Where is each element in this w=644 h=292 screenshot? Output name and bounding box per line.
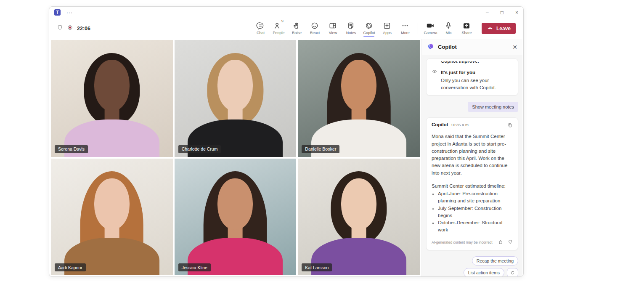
leave-button[interactable]: Leave — [482, 23, 516, 34]
react-button[interactable]: React — [306, 20, 324, 37]
privacy-body: Only you can see your conversation with … — [441, 77, 513, 91]
video-tile-aadi-kapoor[interactable]: Aadi Kapoor — [51, 159, 173, 276]
video-gallery: Serena Davis Charlotte de Crum Danielle … — [49, 39, 420, 276]
window-controls: – □ × — [486, 10, 518, 15]
share-label: Share — [461, 31, 472, 35]
share-icon — [462, 21, 471, 30]
view-button[interactable]: View — [324, 20, 342, 37]
share-button[interactable]: Share — [458, 20, 476, 37]
meeting-status: 22:06 — [57, 24, 90, 32]
titlebar: T ··· – □ × — [49, 7, 523, 18]
camera-icon — [426, 21, 435, 30]
copilot-label: Copilot — [363, 31, 375, 35]
apps-plus-icon — [383, 21, 391, 30]
shield-icon — [57, 24, 63, 32]
more-button[interactable]: More — [396, 20, 414, 37]
thumbs-up-icon[interactable] — [498, 239, 503, 246]
list-action-items-pill[interactable]: List action items — [464, 268, 504, 276]
mic-icon — [444, 21, 453, 30]
message-timeline-title: Summit Center estimated timeline: — [432, 183, 513, 190]
suggestion-pills: Recap the meeting List action items — [426, 250, 518, 276]
video-tile-kat-larsson[interactable]: Kat Larsson — [298, 159, 420, 276]
copilot-message-card: Copilot 10:35 a.m. Mona said that the Su… — [426, 117, 518, 250]
refresh-suggestions-button[interactable] — [507, 268, 518, 276]
video-tile-danielle-booker[interactable]: Danielle Booker — [298, 40, 420, 157]
message-timestamp: 10:35 a.m. — [451, 122, 470, 127]
message-paragraph: Mona said that the Summit Center project… — [432, 133, 513, 177]
teams-logo-icon: T — [54, 9, 61, 16]
copilot-panel-header: Copilot ✕ — [422, 39, 522, 55]
copilot-panel-title: Copilot — [438, 44, 457, 50]
maximize-button[interactable]: □ — [501, 10, 504, 15]
notes-label: Notes — [346, 31, 356, 35]
video-tile-serena-davis[interactable]: Serena Davis — [51, 40, 173, 157]
view-layout-icon — [329, 21, 337, 30]
copilot-icon — [365, 21, 373, 30]
people-icon: 9 — [273, 21, 284, 30]
timeline-bullet: October-December: Structural work — [438, 219, 513, 234]
apps-label: Apps — [383, 31, 392, 35]
timeline-bullet: April-June: Pre-construction planning an… — [438, 190, 513, 205]
copilot-conversation: Copilot improve. It's just for you Only … — [422, 55, 522, 276]
meeting-toolbar: 22:06 Chat 9 People Raise — [49, 18, 523, 39]
more-dots-icon — [401, 21, 409, 30]
chat-label: Chat — [257, 31, 265, 35]
mic-button[interactable]: Mic — [440, 20, 458, 37]
eye-icon — [432, 69, 437, 76]
mic-label: Mic — [445, 31, 451, 35]
raise-hand-button[interactable]: Raise — [288, 20, 306, 37]
hangup-phone-icon — [487, 24, 493, 32]
raise-label: Raise — [292, 31, 302, 35]
raise-hand-icon — [292, 21, 301, 30]
react-smiley-icon — [310, 21, 319, 30]
timeline-bullet-list: April-June: Pre-construction planning an… — [432, 190, 513, 234]
people-label: People — [273, 31, 284, 35]
notes-button[interactable]: Notes — [342, 20, 360, 37]
participant-name-tag: Serena Davis — [55, 145, 88, 153]
participant-name-tag: Jessica Kline — [178, 263, 211, 271]
people-button[interactable]: 9 People — [270, 20, 288, 37]
chat-icon — [256, 21, 265, 30]
participant-name-tag: Danielle Booker — [302, 145, 339, 153]
privacy-title: It's just for you — [441, 70, 475, 75]
participant-name-tag: Kat Larsson — [302, 263, 332, 271]
more-label: More — [401, 31, 410, 35]
react-label: React — [310, 31, 320, 35]
copilot-logo-icon — [427, 42, 435, 52]
thumbs-down-icon[interactable] — [508, 239, 513, 246]
clipped-scroll-text: Copilot improve. — [441, 61, 513, 66]
meeting-timer: 22:06 — [77, 26, 90, 32]
notes-icon — [347, 21, 355, 30]
leave-label: Leave — [496, 26, 511, 32]
chat-button[interactable]: Chat — [252, 20, 270, 37]
participant-name-tag: Aadi Kapoor — [55, 263, 86, 271]
copilot-privacy-card: Copilot improve. It's just for you Only … — [426, 58, 518, 96]
recap-meeting-pill[interactable]: Recap the meeting — [472, 256, 518, 265]
apps-button[interactable]: Apps — [378, 20, 396, 37]
minimize-button[interactable]: – — [486, 10, 489, 15]
close-button[interactable]: × — [515, 10, 518, 15]
copilot-close-icon[interactable]: ✕ — [512, 44, 517, 50]
message-author: Copilot — [432, 122, 448, 127]
copilot-panel: Copilot ✕ Copilot improve. It's just for… — [421, 39, 522, 276]
camera-button[interactable]: Camera — [421, 20, 440, 37]
view-label: View — [329, 31, 337, 35]
camera-label: Camera — [424, 31, 437, 35]
recording-icon — [67, 24, 73, 32]
titlebar-more-menu[interactable]: ··· — [66, 11, 73, 15]
toolbar-divider — [418, 23, 418, 34]
copilot-button[interactable]: Copilot — [360, 20, 378, 37]
toolbar-buttons: Chat 9 People Raise React — [252, 20, 519, 37]
copy-icon[interactable] — [507, 122, 513, 130]
people-count-badge: 9 — [281, 19, 284, 27]
video-tile-charlotte-de-crum[interactable]: Charlotte de Crum — [175, 40, 297, 157]
meeting-stage: Serena Davis Charlotte de Crum Danielle … — [49, 39, 523, 276]
teams-meeting-window: T ··· – □ × 22:06 Chat — [49, 6, 524, 277]
participant-name-tag: Charlotte de Crum — [178, 145, 221, 153]
timeline-bullet: July-September: Construction begins — [438, 205, 513, 220]
ai-disclaimer: AI-generated content may be incorrect — [432, 240, 493, 244]
video-tile-jessica-kline[interactable]: Jessica Kline — [175, 159, 297, 276]
show-meeting-notes-button[interactable]: Show meeting notes — [468, 102, 518, 112]
copilot-active-underline — [363, 36, 374, 37]
